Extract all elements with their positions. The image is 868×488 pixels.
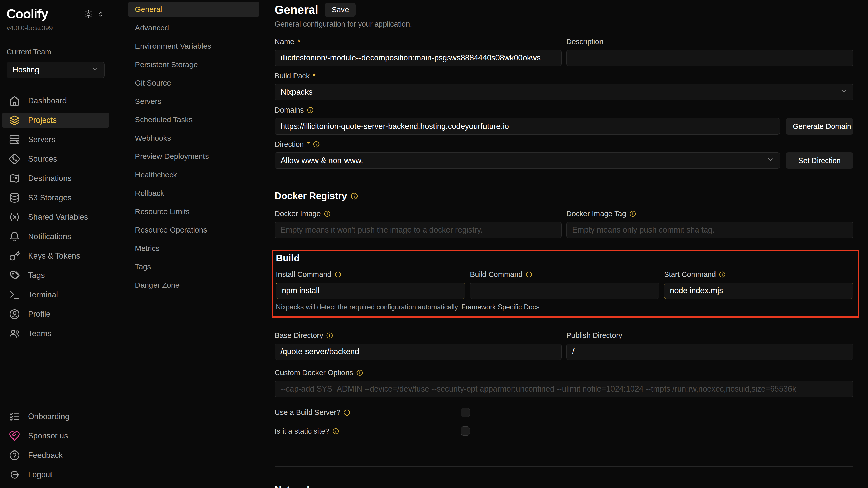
docker-image-tag-input[interactable] — [566, 222, 854, 238]
app-version: v4.0.0-beta.399 — [7, 24, 104, 32]
sidebar-item[interactable]: Logout — [2, 467, 109, 482]
subnav-item[interactable]: Webhooks — [128, 131, 259, 145]
sidebar-item[interactable]: Feedback — [2, 448, 109, 463]
info-icon[interactable] — [719, 271, 726, 278]
git-icon — [9, 153, 21, 165]
sidebar-item[interactable]: Teams — [2, 326, 109, 341]
users-icon — [9, 328, 21, 340]
build-pack-value: Nixpacks — [280, 88, 313, 97]
subnav-item[interactable]: Git Source — [128, 76, 259, 90]
chevron-down-icon — [91, 65, 99, 75]
publish-directory-input[interactable] — [566, 344, 854, 360]
subnav-item[interactable]: Servers — [128, 94, 259, 109]
database-icon — [9, 192, 21, 204]
docker-image-input[interactable] — [275, 222, 562, 238]
subnav-item[interactable]: Resource Limits — [128, 204, 259, 219]
build-command-input[interactable] — [470, 283, 659, 299]
sidebar-item-label: Servers — [28, 135, 55, 144]
subnav-item-label: Servers — [135, 97, 161, 106]
domains-input[interactable] — [275, 118, 780, 135]
description-input[interactable] — [566, 50, 854, 66]
annotation-highlight-build: Build Install Command Build Command Star — [272, 250, 859, 317]
name-label: Name* — [275, 37, 562, 46]
build-server-toggle-label: Use a Build Server? — [275, 408, 461, 417]
build-pack-select[interactable]: Nixpacks — [275, 84, 854, 100]
info-icon[interactable] — [332, 428, 339, 435]
base-directory-input[interactable] — [275, 344, 562, 360]
subnav-item[interactable]: Scheduled Tasks — [128, 112, 259, 127]
info-icon[interactable] — [324, 210, 331, 217]
sidebar-item[interactable]: Terminal — [2, 287, 109, 302]
build-command-label: Build Command — [470, 270, 659, 279]
start-command-input[interactable] — [664, 283, 854, 299]
subnav-item[interactable]: Healthcheck — [128, 167, 259, 182]
sidebar-item-label: Dashboard — [28, 96, 67, 106]
direction-select[interactable]: Allow www & non-www. — [275, 152, 780, 169]
page-title: General — [275, 3, 318, 17]
subnav-item-label: Tags — [135, 262, 151, 271]
server-icon — [9, 134, 21, 145]
info-icon[interactable] — [343, 409, 350, 416]
sidebar-item[interactable]: S3 Storages — [2, 191, 109, 205]
sidebar-item[interactable]: Projects — [2, 113, 109, 127]
sidebar-item-label: Terminal — [28, 290, 58, 299]
set-direction-button[interactable]: Set Direction — [786, 152, 854, 169]
user-circle-icon — [9, 308, 21, 320]
app-logo: Coolify — [7, 8, 48, 21]
docker-registry-heading: Docker Registry — [275, 191, 854, 201]
sidebar-item[interactable]: Shared Variables — [2, 210, 109, 225]
sidebar-item-label: S3 Storages — [28, 193, 72, 202]
subnav-item[interactable]: Advanced — [128, 21, 259, 35]
subnav-item-label: Environment Variables — [135, 42, 211, 51]
info-icon[interactable] — [356, 369, 363, 376]
info-icon[interactable] — [351, 193, 358, 200]
sidebar-item[interactable]: Notifications — [2, 229, 109, 244]
subnav-item[interactable]: Resource Operations — [128, 223, 259, 237]
sun-icon[interactable] — [84, 10, 93, 20]
subnav-item[interactable]: Tags — [128, 259, 259, 274]
sidebar-item-label: Onboarding — [28, 412, 69, 421]
sidebar-item[interactable]: Onboarding — [2, 409, 109, 424]
install-command-input[interactable] — [276, 283, 465, 299]
subnav-item[interactable]: General — [128, 2, 259, 17]
chevrons-up-down-icon[interactable] — [97, 10, 104, 19]
generate-domain-button[interactable]: Generate Domain — [786, 118, 854, 135]
description-label: Description — [566, 37, 854, 46]
info-icon[interactable] — [313, 141, 320, 148]
sidebar-item[interactable]: Destinations — [2, 171, 109, 186]
home-icon — [9, 95, 21, 107]
info-icon[interactable] — [335, 271, 341, 278]
direction-label: Direction* — [275, 140, 854, 148]
info-icon[interactable] — [326, 332, 333, 339]
info-icon[interactable] — [526, 271, 532, 278]
domains-label: Domains — [275, 106, 854, 114]
sidebar-item[interactable]: Servers — [2, 132, 109, 147]
tags-icon — [9, 269, 21, 281]
subnav-item[interactable]: Danger Zone — [128, 278, 259, 292]
info-icon[interactable] — [629, 210, 636, 217]
logout-icon — [9, 469, 21, 481]
info-icon[interactable] — [307, 107, 314, 114]
framework-docs-link[interactable]: Framework Specific Docs — [461, 303, 539, 311]
base-directory-label: Base Directory — [275, 331, 562, 340]
sidebar-item[interactable]: Sources — [2, 152, 109, 166]
name-input[interactable] — [275, 50, 562, 66]
use-build-server-checkbox[interactable] — [461, 408, 470, 417]
custom-docker-options-input[interactable] — [275, 381, 854, 397]
sidebar-item[interactable]: Profile — [2, 307, 109, 322]
subnav-item[interactable]: Metrics — [128, 241, 259, 256]
subnav-item[interactable]: Rollback — [128, 186, 259, 200]
team-select[interactable]: Hosting — [7, 62, 104, 78]
save-button[interactable]: Save — [325, 3, 355, 17]
subnav-item-label: Webhooks — [135, 134, 171, 142]
variable-icon — [9, 211, 21, 223]
sidebar-item[interactable]: Dashboard — [2, 93, 109, 108]
subnav-item[interactable]: Environment Variables — [128, 39, 259, 53]
subnav-item[interactable]: Persistent Storage — [128, 57, 259, 72]
subnav-item[interactable]: Preview Deployments — [128, 149, 259, 164]
sidebar-item[interactable]: Tags — [2, 268, 109, 283]
subnav-item-label: Healthcheck — [135, 171, 177, 179]
static-site-checkbox[interactable] — [461, 427, 470, 436]
sidebar-item[interactable]: Sponsor us — [2, 429, 109, 443]
sidebar-item[interactable]: Keys & Tokens — [2, 249, 109, 263]
